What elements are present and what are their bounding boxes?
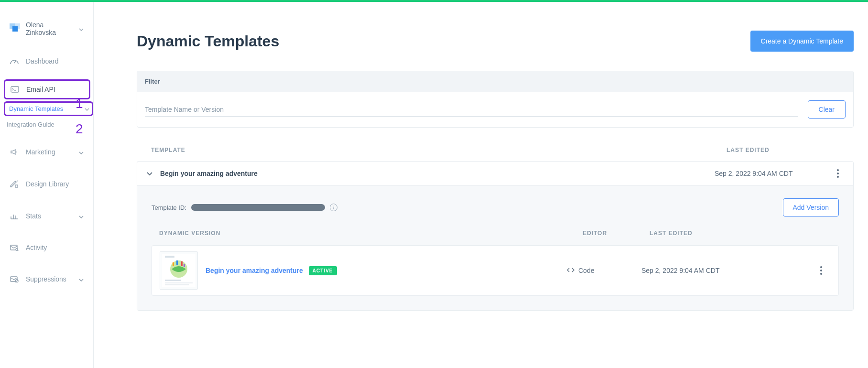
nav-design-library[interactable]: Design Library <box>0 173 93 195</box>
version-name-col: Begin your amazing adventure ACTIVE <box>206 266 559 275</box>
nav-dashboard-label: Dashboard <box>26 57 84 65</box>
table-header: TEMPLATE LAST EDITED <box>137 147 854 153</box>
bar-chart-icon <box>10 213 19 219</box>
filter-header: Filter <box>137 71 853 92</box>
user-name: Olena Zinkovska <box>26 21 73 36</box>
template-name: Begin your amazing adventure <box>160 170 707 177</box>
template-card: Begin your amazing adventure Sep 2, 2022… <box>137 161 854 311</box>
chevron-down-icon <box>79 148 84 156</box>
nav-marketing-label: Marketing <box>26 148 72 156</box>
svg-rect-18 <box>165 284 189 285</box>
code-icon <box>567 267 575 274</box>
svg-rect-3 <box>11 87 19 92</box>
svg-rect-17 <box>165 282 193 283</box>
nav-activity[interactable]: Activity <box>0 237 93 258</box>
megaphone-icon <box>10 149 19 155</box>
svg-rect-2 <box>12 26 18 32</box>
template-id-redacted <box>191 204 325 211</box>
nav-activity-label: Activity <box>26 244 84 251</box>
svg-point-6 <box>16 249 18 250</box>
annotation-two: 2 <box>76 121 83 137</box>
version-table-header: DYNAMIC VERSION EDITOR LAST EDITED <box>152 230 839 237</box>
template-last-edited: Sep 2, 2022 9:04 AM CDT <box>715 170 825 177</box>
nav-email-api-label: Email API <box>26 86 84 93</box>
col-header-version-name: DYNAMIC VERSION <box>159 230 583 237</box>
nav-suppressions[interactable]: Suppressions <box>0 269 93 290</box>
svg-rect-12 <box>176 260 178 265</box>
create-template-button[interactable]: Create a Dynamic Template <box>750 31 854 52</box>
template-id-row: Template ID: i Add Version <box>152 198 839 216</box>
svg-rect-4 <box>15 185 18 187</box>
sidebar: Olena Zinkovska Dashboard Email API 1 Dy… <box>0 2 94 368</box>
page-header: Dynamic Templates Create a Dynamic Templ… <box>137 31 854 52</box>
svg-rect-10 <box>165 256 174 258</box>
chevron-down-icon[interactable] <box>147 169 152 178</box>
col-header-version-edited: LAST EDITED <box>650 230 812 237</box>
nav-design-library-label: Design Library <box>26 180 84 188</box>
active-badge: ACTIVE <box>309 266 337 275</box>
clear-button[interactable]: Clear <box>808 100 846 119</box>
kebab-menu-icon[interactable] <box>815 266 827 275</box>
template-row[interactable]: Begin your amazing adventure Sep 2, 2022… <box>137 162 853 186</box>
version-editor-label: Code <box>578 267 594 274</box>
user-logo-icon <box>10 23 20 34</box>
nav-suppressions-label: Suppressions <box>26 275 72 283</box>
version-last-edited: Sep 2, 2022 9:04 AM CDT <box>641 267 804 274</box>
main-content: Dynamic Templates Create a Dynamic Templ… <box>94 2 868 368</box>
svg-rect-16 <box>165 280 181 281</box>
version-name-link[interactable]: Begin your amazing adventure <box>206 267 303 274</box>
filter-input[interactable] <box>145 103 798 117</box>
nav-stats[interactable]: Stats <box>0 206 93 227</box>
nav-dashboard[interactable]: Dashboard <box>0 51 93 72</box>
mail-search-icon <box>10 244 19 251</box>
svg-rect-15 <box>184 264 185 267</box>
info-icon[interactable]: i <box>330 204 337 211</box>
annotation-one: 1 <box>76 96 83 111</box>
mail-block-icon <box>10 276 19 282</box>
chevron-down-icon <box>85 104 89 113</box>
filter-panel: Filter Clear <box>137 71 854 128</box>
svg-rect-14 <box>181 261 183 266</box>
app-layout: Olena Zinkovska Dashboard Email API 1 Dy… <box>0 2 868 368</box>
filter-body: Clear <box>137 92 853 127</box>
col-header-last-edited: LAST EDITED <box>727 147 846 153</box>
filter-input-wrap <box>145 103 798 117</box>
chevron-down-icon <box>79 275 84 283</box>
terminal-icon <box>10 86 20 93</box>
user-menu[interactable]: Olena Zinkovska <box>0 21 93 51</box>
version-editor: Code <box>567 267 634 274</box>
col-header-editor: EDITOR <box>583 230 650 237</box>
template-id-label: Template ID: <box>152 204 186 211</box>
nav-marketing[interactable]: Marketing <box>0 141 93 162</box>
svg-rect-13 <box>173 262 174 266</box>
nav-stats-label: Stats <box>26 212 72 220</box>
gauge-icon <box>10 58 19 65</box>
version-thumbnail <box>160 251 198 290</box>
page-title: Dynamic Templates <box>137 32 279 50</box>
add-version-button[interactable]: Add Version <box>783 198 839 216</box>
chevron-down-icon <box>79 24 84 33</box>
kebab-menu-icon[interactable] <box>832 169 844 178</box>
col-header-template: TEMPLATE <box>144 147 727 153</box>
version-row[interactable]: Begin your amazing adventure ACTIVE Code… <box>152 245 839 296</box>
chevron-down-icon <box>79 212 84 220</box>
design-icon <box>10 180 19 188</box>
template-expanded: Template ID: i Add Version DYNAMIC VERSI… <box>137 186 853 310</box>
